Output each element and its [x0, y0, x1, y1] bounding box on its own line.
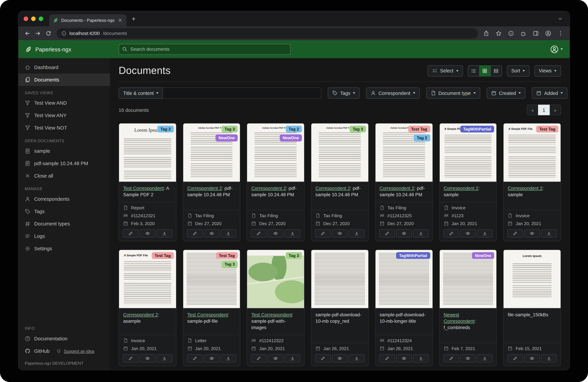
sidebar-item-settings[interactable]: Settings: [18, 242, 110, 255]
view-document-button[interactable]: [396, 229, 412, 237]
tag-badge[interactable]: NewOne: [216, 135, 238, 141]
sidebar-item-correspondents[interactable]: Correspondents: [18, 193, 110, 205]
sidebar-item-open-doc-pdf-sample[interactable]: pdf-sample 10.24.48 PM: [18, 157, 110, 170]
filter-correspondent-button[interactable]: Correspondent: [366, 87, 420, 99]
document-card[interactable]: NewOne Newest Correspondent: f_combineds…: [439, 249, 497, 366]
sort-button[interactable]: Sort: [507, 65, 529, 77]
edit-document-button[interactable]: [187, 229, 203, 237]
document-thumbnail[interactable]: Lorem Ipsum Tag 2: [119, 123, 176, 182]
views-button[interactable]: Views: [534, 65, 561, 77]
edit-document-button[interactable]: [379, 229, 395, 237]
tag-badge[interactable]: TagWithPartial: [460, 126, 494, 133]
edit-document-button[interactable]: [123, 354, 139, 362]
download-document-button[interactable]: [156, 229, 172, 237]
new-tab-button[interactable]: +: [132, 16, 135, 22]
document-correspondent-link[interactable]: Correspondent 2: [315, 186, 350, 191]
search-input[interactable]: [119, 44, 291, 55]
document-thumbnail[interactable]: Adobe Acrobat PDF Files Tag 2NewOne: [247, 123, 304, 182]
tag-badge[interactable]: NewOne: [472, 252, 494, 259]
sidebar-item-github[interactable]: GitHub Suggest an idea: [18, 345, 110, 357]
download-document-button[interactable]: [221, 229, 236, 237]
document-card[interactable]: Test TagTag 3 Test Correspondent: sample…: [183, 249, 240, 366]
sidebar-item-open-doc-sample[interactable]: sample: [18, 145, 110, 157]
suggest-idea-label[interactable]: Suggest an idea: [64, 349, 94, 353]
download-document-button[interactable]: [541, 354, 557, 362]
back-button[interactable]: [22, 28, 33, 39]
sidebar-item-documents[interactable]: Documents: [18, 74, 110, 86]
view-details-button[interactable]: [490, 65, 502, 77]
filter-tags-button[interactable]: Tags: [328, 87, 360, 99]
bookmark-button[interactable]: [493, 28, 504, 39]
document-thumbnail[interactable]: A Simple PDF File TagWithPartial: [440, 123, 497, 182]
select-button[interactable]: Select: [428, 65, 463, 77]
view-document-button[interactable]: [524, 354, 540, 362]
edit-document-button[interactable]: [507, 229, 523, 237]
document-correspondent-link[interactable]: Correspondent 2: [444, 186, 478, 191]
sidebar-item-tags[interactable]: Tags: [18, 205, 110, 218]
document-thumbnail[interactable]: NewOne: [440, 250, 497, 308]
document-correspondent-link[interactable]: Correspondent 2: [251, 186, 286, 191]
download-document-button[interactable]: [349, 354, 365, 362]
document-correspondent-link[interactable]: Newest Correspondent: [444, 312, 474, 324]
zoom-window-button[interactable]: [39, 17, 43, 21]
document-correspondent-link[interactable]: Test Correspondent: [187, 312, 228, 317]
edit-document-button[interactable]: [251, 229, 267, 237]
download-document-button[interactable]: [477, 229, 493, 237]
document-card[interactable]: Adobe Acrobat PDF Files Tag 2NewOne Corr…: [247, 123, 304, 241]
filter-added-button[interactable]: Added: [532, 87, 567, 99]
view-document-button[interactable]: [396, 354, 412, 362]
document-thumbnail[interactable]: Adobe Acrobat PDF Files Tag 3NewOne: [183, 123, 240, 182]
edit-document-button[interactable]: [507, 354, 523, 362]
tag-badge[interactable]: Test Tag: [536, 126, 558, 133]
site-info-icon[interactable]: [61, 31, 66, 36]
view-document-button[interactable]: [268, 229, 284, 237]
edit-document-button[interactable]: [251, 354, 267, 362]
reload-button[interactable]: [43, 28, 54, 39]
sidebar-item-close-all[interactable]: Close all: [18, 170, 110, 182]
view-document-button[interactable]: [204, 354, 220, 362]
download-document-button[interactable]: [541, 229, 557, 237]
tag-badge[interactable]: Tag 2: [414, 135, 430, 141]
document-correspondent-link[interactable]: Correspondent 2: [187, 186, 222, 191]
document-card[interactable]: TagWithPartial sample-pdf-download-10-mb…: [375, 249, 433, 366]
edit-document-button[interactable]: [379, 354, 395, 362]
tag-badge[interactable]: Tag 2: [158, 126, 174, 133]
browser-menu-button[interactable]: [555, 28, 566, 39]
document-thumbnail[interactable]: TagWithPartial: [375, 250, 432, 308]
download-document-button[interactable]: [413, 354, 429, 362]
edit-document-button[interactable]: [123, 229, 139, 237]
sidebar-item-documentation[interactable]: Documentation: [18, 332, 110, 345]
sidebar-item-document-types[interactable]: Document types: [18, 218, 110, 230]
filter-document-type-button[interactable]: Document type: [426, 87, 480, 99]
document-card[interactable]: A Simple PDF File Test Tag Correspondent…: [119, 249, 176, 366]
filter-text-input[interactable]: [163, 87, 321, 99]
download-document-button[interactable]: [285, 229, 301, 237]
address-bar[interactable]: localhost:4200/documents: [57, 28, 478, 39]
tag-badge[interactable]: Test Tag: [216, 252, 238, 259]
pagination-page-1[interactable]: 1: [538, 105, 550, 115]
suggest-idea-link[interactable]: Suggest an idea: [56, 349, 94, 353]
close-window-button[interactable]: [24, 17, 28, 21]
view-document-button[interactable]: [460, 354, 476, 362]
user-menu-button[interactable]: [550, 45, 563, 53]
app-brand[interactable]: Paperless-ngx: [18, 45, 110, 53]
view-document-button[interactable]: [204, 229, 220, 237]
document-card[interactable]: Lorem Ipsum Tag 2 Test Correspondent: A …: [119, 123, 176, 241]
download-document-button[interactable]: [413, 229, 429, 237]
document-thumbnail[interactable]: Tag 3: [247, 250, 304, 308]
document-card[interactable]: Adobe Acrobat PDF Files Tag 3 Correspond…: [311, 123, 369, 241]
download-document-button[interactable]: [349, 229, 365, 237]
sidebar-item-logs[interactable]: Logs: [18, 230, 110, 242]
sidebar-item-test-view-any[interactable]: Test View ANY: [18, 109, 110, 122]
share-button[interactable]: [481, 28, 491, 39]
view-document-button[interactable]: [332, 354, 348, 362]
view-document-button[interactable]: [460, 229, 476, 237]
view-list-button[interactable]: [468, 65, 479, 77]
sidebar-item-dashboard[interactable]: Dashboard: [18, 61, 110, 74]
document-thumbnail[interactable]: Lorem ipsum: [504, 250, 561, 308]
document-card[interactable]: Lorem ipsum file-sample_150kBs Feb 15, 2…: [503, 249, 561, 366]
document-card[interactable]: Tag 3 Test Correspondent: sample-pdf-wit…: [247, 249, 304, 366]
document-correspondent-link[interactable]: Correspondent 2: [508, 186, 543, 191]
tab-search-chevron-icon[interactable]: [558, 16, 563, 21]
document-thumbnail[interactable]: A Simple PDF File Test Tag: [504, 123, 561, 182]
